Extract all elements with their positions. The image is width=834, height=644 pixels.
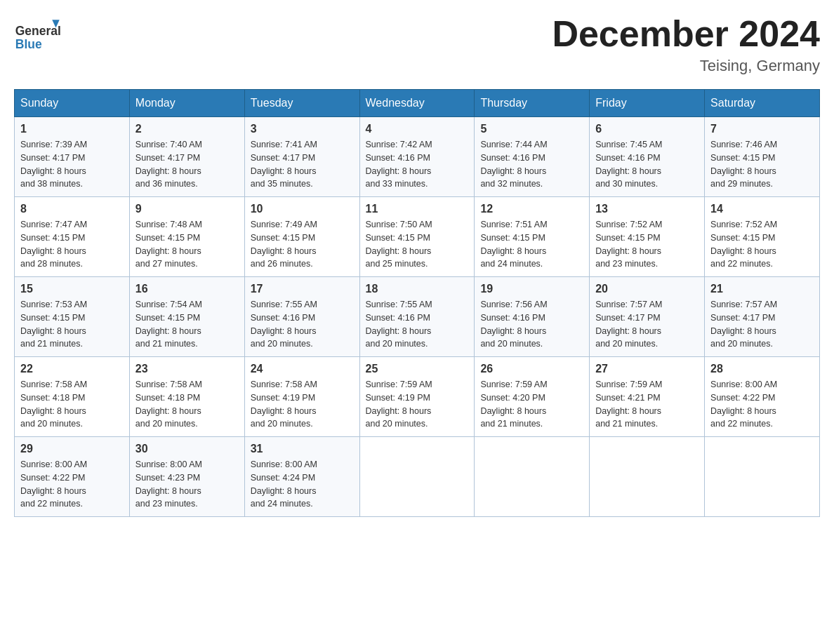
day-info: Sunrise: 7:41 AMSunset: 4:17 PMDaylight:…	[251, 138, 354, 191]
calendar-week-row: 1Sunrise: 7:39 AMSunset: 4:17 PMDaylight…	[15, 117, 820, 197]
day-number: 24	[251, 363, 354, 375]
day-info: Sunrise: 8:00 AMSunset: 4:22 PMDaylight:…	[710, 378, 814, 431]
day-number: 18	[366, 283, 469, 295]
day-info: Sunrise: 7:59 AMSunset: 4:19 PMDaylight:…	[366, 378, 469, 431]
calendar-week-row: 8Sunrise: 7:47 AMSunset: 4:15 PMDaylight…	[15, 197, 820, 277]
day-info: Sunrise: 7:40 AMSunset: 4:17 PMDaylight:…	[135, 138, 239, 191]
day-info: Sunrise: 7:52 AMSunset: 4:15 PMDaylight:…	[710, 218, 814, 271]
calendar-cell: 19Sunrise: 7:56 AMSunset: 4:16 PMDayligh…	[475, 277, 590, 357]
day-info: Sunrise: 7:51 AMSunset: 4:15 PMDaylight:…	[480, 218, 583, 271]
calendar-body: 1Sunrise: 7:39 AMSunset: 4:17 PMDaylight…	[15, 117, 820, 517]
day-info: Sunrise: 7:47 AMSunset: 4:15 PMDaylight:…	[20, 218, 124, 271]
day-info: Sunrise: 7:39 AMSunset: 4:17 PMDaylight:…	[20, 138, 124, 191]
day-info: Sunrise: 7:52 AMSunset: 4:15 PMDaylight:…	[595, 218, 699, 271]
svg-text:Blue: Blue	[15, 37, 42, 51]
calendar-cell: 20Sunrise: 7:57 AMSunset: 4:17 PMDayligh…	[590, 277, 705, 357]
calendar-cell: 24Sunrise: 7:58 AMSunset: 4:19 PMDayligh…	[244, 357, 359, 437]
calendar-cell: 28Sunrise: 8:00 AMSunset: 4:22 PMDayligh…	[705, 357, 820, 437]
calendar-cell: 2Sunrise: 7:40 AMSunset: 4:17 PMDaylight…	[129, 117, 244, 197]
calendar-cell	[475, 437, 590, 517]
calendar-cell: 16Sunrise: 7:54 AMSunset: 4:15 PMDayligh…	[129, 277, 244, 357]
calendar-cell: 13Sunrise: 7:52 AMSunset: 4:15 PMDayligh…	[590, 197, 705, 277]
weekday-header: Saturday	[705, 90, 820, 117]
day-number: 3	[251, 123, 354, 135]
day-info: Sunrise: 7:45 AMSunset: 4:16 PMDaylight:…	[595, 138, 699, 191]
day-info: Sunrise: 7:55 AMSunset: 4:16 PMDaylight:…	[366, 298, 469, 351]
day-info: Sunrise: 7:59 AMSunset: 4:21 PMDaylight:…	[595, 378, 699, 431]
calendar-cell: 14Sunrise: 7:52 AMSunset: 4:15 PMDayligh…	[705, 197, 820, 277]
day-number: 26	[480, 363, 583, 375]
calendar-cell: 7Sunrise: 7:46 AMSunset: 4:15 PMDaylight…	[705, 117, 820, 197]
day-number: 14	[710, 203, 814, 215]
day-info: Sunrise: 7:57 AMSunset: 4:17 PMDaylight:…	[595, 298, 699, 351]
day-info: Sunrise: 7:58 AMSunset: 4:18 PMDaylight:…	[20, 378, 124, 431]
day-info: Sunrise: 8:00 AMSunset: 4:22 PMDaylight:…	[20, 458, 124, 511]
weekday-header: Monday	[129, 90, 244, 117]
calendar-cell: 26Sunrise: 7:59 AMSunset: 4:20 PMDayligh…	[475, 357, 590, 437]
day-number: 20	[595, 283, 699, 295]
calendar-cell: 15Sunrise: 7:53 AMSunset: 4:15 PMDayligh…	[15, 277, 130, 357]
calendar-week-row: 15Sunrise: 7:53 AMSunset: 4:15 PMDayligh…	[15, 277, 820, 357]
calendar-cell: 1Sunrise: 7:39 AMSunset: 4:17 PMDaylight…	[15, 117, 130, 197]
calendar-cell: 6Sunrise: 7:45 AMSunset: 4:16 PMDaylight…	[590, 117, 705, 197]
day-number: 19	[480, 283, 583, 295]
day-number: 17	[251, 283, 354, 295]
weekday-header: Thursday	[475, 90, 590, 117]
calendar-header-row: SundayMondayTuesdayWednesdayThursdayFrid…	[15, 90, 820, 117]
calendar-cell: 9Sunrise: 7:48 AMSunset: 4:15 PMDaylight…	[129, 197, 244, 277]
weekday-header: Tuesday	[244, 90, 359, 117]
svg-text:General: General	[15, 24, 61, 38]
day-number: 22	[20, 363, 124, 375]
day-info: Sunrise: 7:55 AMSunset: 4:16 PMDaylight:…	[251, 298, 354, 351]
day-number: 27	[595, 363, 699, 375]
day-number: 1	[20, 123, 124, 135]
day-number: 10	[251, 203, 354, 215]
day-number: 23	[135, 363, 239, 375]
logo-icon: General Blue	[14, 14, 63, 56]
day-info: Sunrise: 7:44 AMSunset: 4:16 PMDaylight:…	[480, 138, 583, 191]
calendar-table: SundayMondayTuesdayWednesdayThursdayFrid…	[14, 89, 820, 517]
day-number: 29	[20, 443, 124, 455]
calendar-cell: 10Sunrise: 7:49 AMSunset: 4:15 PMDayligh…	[244, 197, 359, 277]
day-number: 4	[366, 123, 469, 135]
weekday-header: Friday	[590, 90, 705, 117]
weekday-header: Sunday	[15, 90, 130, 117]
day-number: 15	[20, 283, 124, 295]
calendar-cell	[705, 437, 820, 517]
calendar-cell	[359, 437, 475, 517]
page-header: General Blue December 2024 Teising, Germ…	[14, 14, 820, 75]
day-number: 5	[480, 123, 583, 135]
logo-area: General Blue	[14, 14, 63, 56]
day-number: 2	[135, 123, 239, 135]
calendar-cell: 27Sunrise: 7:59 AMSunset: 4:21 PMDayligh…	[590, 357, 705, 437]
calendar-cell: 17Sunrise: 7:55 AMSunset: 4:16 PMDayligh…	[244, 277, 359, 357]
day-info: Sunrise: 7:42 AMSunset: 4:16 PMDaylight:…	[366, 138, 469, 191]
day-info: Sunrise: 7:50 AMSunset: 4:15 PMDaylight:…	[366, 218, 469, 271]
calendar-cell: 23Sunrise: 7:58 AMSunset: 4:18 PMDayligh…	[129, 357, 244, 437]
calendar-week-row: 22Sunrise: 7:58 AMSunset: 4:18 PMDayligh…	[15, 357, 820, 437]
calendar-cell: 21Sunrise: 7:57 AMSunset: 4:17 PMDayligh…	[705, 277, 820, 357]
day-info: Sunrise: 8:00 AMSunset: 4:23 PMDaylight:…	[135, 458, 239, 511]
day-info: Sunrise: 8:00 AMSunset: 4:24 PMDaylight:…	[251, 458, 354, 511]
calendar-title: December 2024	[552, 14, 820, 54]
calendar-cell	[590, 437, 705, 517]
calendar-cell: 22Sunrise: 7:58 AMSunset: 4:18 PMDayligh…	[15, 357, 130, 437]
day-number: 12	[480, 203, 583, 215]
day-info: Sunrise: 7:58 AMSunset: 4:19 PMDaylight:…	[251, 378, 354, 431]
day-info: Sunrise: 7:46 AMSunset: 4:15 PMDaylight:…	[710, 138, 814, 191]
calendar-cell: 11Sunrise: 7:50 AMSunset: 4:15 PMDayligh…	[359, 197, 475, 277]
day-number: 16	[135, 283, 239, 295]
calendar-cell: 31Sunrise: 8:00 AMSunset: 4:24 PMDayligh…	[244, 437, 359, 517]
calendar-cell: 4Sunrise: 7:42 AMSunset: 4:16 PMDaylight…	[359, 117, 475, 197]
day-number: 11	[366, 203, 469, 215]
day-number: 28	[710, 363, 814, 375]
day-number: 7	[710, 123, 814, 135]
calendar-cell: 5Sunrise: 7:44 AMSunset: 4:16 PMDaylight…	[475, 117, 590, 197]
day-number: 13	[595, 203, 699, 215]
day-info: Sunrise: 7:57 AMSunset: 4:17 PMDaylight:…	[710, 298, 814, 351]
calendar-cell: 29Sunrise: 8:00 AMSunset: 4:22 PMDayligh…	[15, 437, 130, 517]
calendar-subtitle: Teising, Germany	[552, 57, 820, 75]
calendar-cell: 3Sunrise: 7:41 AMSunset: 4:17 PMDaylight…	[244, 117, 359, 197]
day-info: Sunrise: 7:53 AMSunset: 4:15 PMDaylight:…	[20, 298, 124, 351]
weekday-header: Wednesday	[359, 90, 475, 117]
